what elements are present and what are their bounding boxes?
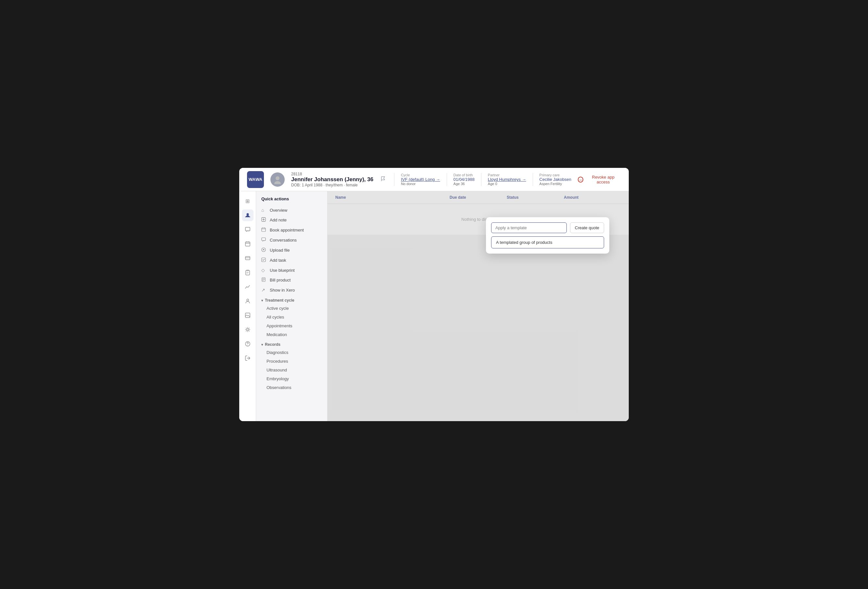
revoke-icon: – <box>578 177 584 183</box>
cycle-field: Cycle IVF (default) Long → No donor <box>401 173 440 186</box>
upload-file-icon <box>261 247 267 253</box>
svg-rect-14 <box>262 228 266 232</box>
primary-care-field: Primary care Cecilie Jakobsen Aspen Fert… <box>539 173 571 186</box>
header-separator-3 <box>481 173 481 186</box>
svg-point-10 <box>247 329 249 331</box>
sidebar-item-bill-product[interactable]: Bill product <box>256 275 327 285</box>
main-layout: ⊞ <box>239 191 629 421</box>
svg-point-1 <box>274 181 281 184</box>
patient-name: Jennifer Johanssen (Jenny), 36 <box>291 176 373 183</box>
svg-rect-6 <box>245 257 250 260</box>
sidebar-item-diagnostics[interactable]: Diagnostics <box>256 348 327 357</box>
nav-chart-icon[interactable] <box>242 281 254 292</box>
header-separator-4 <box>533 173 533 186</box>
sidebar-item-embryology[interactable]: Embryology <box>256 374 327 383</box>
sidebar-item-appointments[interactable]: Appointments <box>256 322 327 330</box>
bill-product-icon <box>261 277 267 283</box>
sidebar: Quick actions ⌂ Overview Add note <box>256 191 328 421</box>
sidebar-item-all-cycles[interactable]: All cycles <box>256 313 327 322</box>
sidebar-item-book-appointment[interactable]: Book appointment <box>256 225 327 235</box>
svg-rect-5 <box>245 242 250 246</box>
treatment-cycle-section[interactable]: ▾ Treatment cycle <box>256 295 327 304</box>
nav-grid-icon[interactable]: ⊞ <box>242 195 254 207</box>
revoke-app-access-button[interactable]: – Revoke app access <box>578 175 621 185</box>
sidebar-item-observations[interactable]: Observations <box>256 383 327 392</box>
template-modal: Create quote A templated group of produc… <box>486 217 609 254</box>
svg-point-2 <box>247 213 249 216</box>
avatar <box>270 173 285 187</box>
patient-id: 28118 <box>291 172 373 176</box>
add-task-icon <box>261 257 267 263</box>
nav-patient-icon[interactable] <box>242 210 254 221</box>
quick-actions-title: Quick actions <box>256 196 327 205</box>
template-option-0[interactable]: A templated group of products <box>492 237 604 248</box>
book-appointment-icon <box>261 227 267 233</box>
treatment-cycle-chevron: ▾ <box>261 299 263 302</box>
sidebar-item-upload-file[interactable]: Upload file <box>256 245 327 255</box>
svg-rect-7 <box>246 270 249 275</box>
nav-clipboard-icon[interactable] <box>242 267 254 278</box>
xero-icon: ↗ <box>261 287 267 292</box>
sidebar-item-overview[interactable]: ⌂ Overview <box>256 205 327 215</box>
left-nav: ⊞ <box>239 191 256 421</box>
cycle-link[interactable]: IVF (default) Long → <box>401 177 440 182</box>
svg-point-8 <box>247 299 249 301</box>
svg-rect-17 <box>262 258 266 262</box>
header-right: – Revoke app access <box>578 175 621 185</box>
create-quote-button[interactable]: Create quote <box>570 223 604 233</box>
apply-template-input[interactable] <box>491 223 567 233</box>
dob-value: 01/04/1988 <box>453 177 475 182</box>
header-separator-2 <box>447 173 447 186</box>
sidebar-item-add-task[interactable]: Add task <box>256 255 327 265</box>
nav-image-icon[interactable] <box>242 309 254 321</box>
logo: WA WA <box>247 171 264 188</box>
nav-settings-icon[interactable] <box>242 324 254 335</box>
header: WA WA 28118 Jennifer Johanssen (Jenny), … <box>239 168 629 191</box>
sidebar-item-show-in-xero[interactable]: ↗ Show in Xero <box>256 285 327 295</box>
patient-dob: DOB: 1 April 1988 · they/them · female <box>291 183 373 187</box>
sidebar-item-conversations[interactable]: Conversations <box>256 235 327 245</box>
nav-signout-icon[interactable] <box>242 352 254 364</box>
sidebar-item-ultrasound[interactable]: Ultrasound <box>256 366 327 374</box>
sidebar-item-active-cycle[interactable]: Active cycle <box>256 304 327 313</box>
svg-rect-4 <box>245 227 250 231</box>
svg-rect-9 <box>245 313 250 317</box>
conversations-icon <box>261 237 267 243</box>
template-dropdown: A templated group of products <box>491 236 604 248</box>
sidebar-item-use-blueprint[interactable]: ◇ Use blueprint <box>256 265 327 275</box>
flag-icon[interactable] <box>380 176 388 183</box>
records-section[interactable]: ▾ Records <box>256 339 327 348</box>
nav-help-icon[interactable] <box>242 338 254 350</box>
sidebar-item-add-note[interactable]: Add note <box>256 215 327 225</box>
header-separator <box>394 173 394 186</box>
svg-point-12 <box>247 345 248 345</box>
sidebar-item-medication[interactable]: Medication <box>256 330 327 339</box>
nav-chat-icon[interactable] <box>242 224 254 235</box>
records-chevron: ▾ <box>261 343 263 347</box>
content-area: Name Due date Status Amount Nothing to d… <box>328 191 629 421</box>
primary-care-name: Cecilie Jakobsen <box>539 177 571 182</box>
app-window: WA WA 28118 Jennifer Johanssen (Jenny), … <box>239 168 629 421</box>
add-note-icon <box>261 217 267 223</box>
template-modal-top: Create quote <box>491 223 604 233</box>
nav-card-icon[interactable] <box>242 252 254 264</box>
nav-calendar-icon[interactable] <box>242 238 254 250</box>
overview-icon: ⌂ <box>261 208 267 213</box>
dob-field: Date of birth 01/04/1988 Age 36 <box>453 173 475 186</box>
nav-person-icon[interactable] <box>242 295 254 307</box>
svg-rect-15 <box>262 238 266 241</box>
partner-link[interactable]: Lloyd Humphreys → <box>488 177 526 182</box>
svg-point-0 <box>276 176 279 180</box>
partner-field: Partner Lloyd Humphreys → Age 0 <box>488 173 526 186</box>
blueprint-icon: ◇ <box>261 267 267 273</box>
patient-info: 28118 Jennifer Johanssen (Jenny), 36 DOB… <box>291 172 373 187</box>
sidebar-item-procedures[interactable]: Procedures <box>256 357 327 366</box>
